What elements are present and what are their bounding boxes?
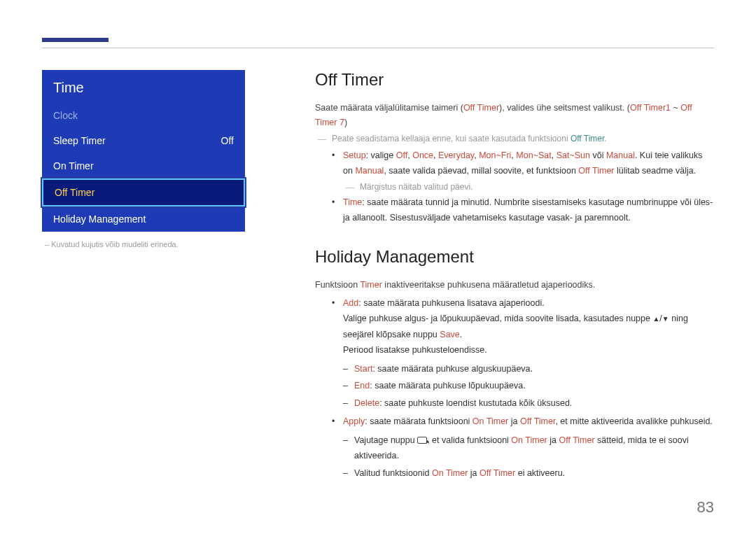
bullet-setup: Setup: valige Off, Once, Everyday, Mon~F… [332,148,714,179]
holiday-bullets-2: Apply: saate määrata funktsiooni On Time… [332,414,714,430]
bullet-time: Time: saate määrata tunnid ja minutid. N… [332,195,714,226]
off-timer-section: Off Timer Saate määrata väljalülitamise … [315,70,714,226]
menu-item-label: Sleep Timer [53,135,106,146]
enter-icon [417,437,427,444]
menu-item-on-timer[interactable]: On Timer [42,153,245,178]
bullet-add: Add: saate määrata puhkusena lisatava aj… [332,295,714,358]
menu-item-label: On Timer [53,160,94,171]
holiday-intro: Funktsioon Timer inaktiveeritakse puhkus… [315,278,714,293]
bullet-apply: Apply: saate määrata funktsiooni On Time… [332,414,714,430]
right-column: Off Timer Saate määrata väljalülitamise … [315,70,714,502]
accent-bar [42,38,108,42]
off-timer-subnote: Märgistus näitab valitud päevi. [343,182,714,192]
dash-apply-2: Valitud funktsioonid On Timer ja Off Tim… [343,465,714,482]
arrow-down-icon: ▼ [662,315,669,323]
off-timer-bullets: Setup: valige Off, Once, Everyday, Mon~F… [332,148,714,179]
menu-item-label: Clock [53,110,78,121]
holiday-section: Holiday Management Funktsioon Timer inak… [315,247,714,482]
arrow-up-icon: ▲ [652,315,659,323]
holiday-subdash: Start: saate määrata puhkuse alguskuupäe… [343,361,714,412]
menu-item-label: Holiday Management [53,213,146,225]
page-number: 83 [697,498,714,517]
menu-footnote: – Kuvatud kujutis võib mudeliti erineda. [45,240,245,248]
holiday-heading: Holiday Management [315,247,714,267]
off-timer-note: Peate seadistama kellaaja enne, kui saat… [315,134,714,143]
off-timer-bullets-2: Time: saate määrata tunnid ja minutid. N… [332,195,714,226]
menu-box: Time Clock Sleep Timer Off On Timer Off … [42,70,245,232]
menu-item-off-timer[interactable]: Off Timer [42,178,245,206]
holiday-bullets: Add: saate määrata puhkusena lisatava aj… [332,295,714,358]
menu-item-clock[interactable]: Clock [42,103,245,128]
dash-start: Start: saate määrata puhkuse alguskuupäe… [343,361,714,377]
menu-title: Time [42,70,245,103]
menu-item-label: Off Timer [55,187,94,198]
holiday-subdash-2: Vajutage nuppu , et valida funktsiooni O… [343,433,714,482]
menu-item-holiday-management[interactable]: Holiday Management [42,206,245,232]
dash-apply-1: Vajutage nuppu , et valida funktsiooni O… [343,433,714,464]
top-border [42,48,714,48]
off-timer-heading: Off Timer [315,70,714,90]
menu-item-sleep-timer[interactable]: Sleep Timer Off [42,128,245,153]
dash-delete: Delete: saate puhkuste loendist kustutad… [343,395,714,412]
off-timer-intro: Saate määrata väljalülitamise taimeri (O… [315,101,714,131]
left-column: Time Clock Sleep Timer Off On Timer Off … [42,70,245,248]
dash-end: End: saate määrata puhkuse lõpukuupäeva. [343,378,714,394]
menu-item-value: Off [221,135,234,146]
